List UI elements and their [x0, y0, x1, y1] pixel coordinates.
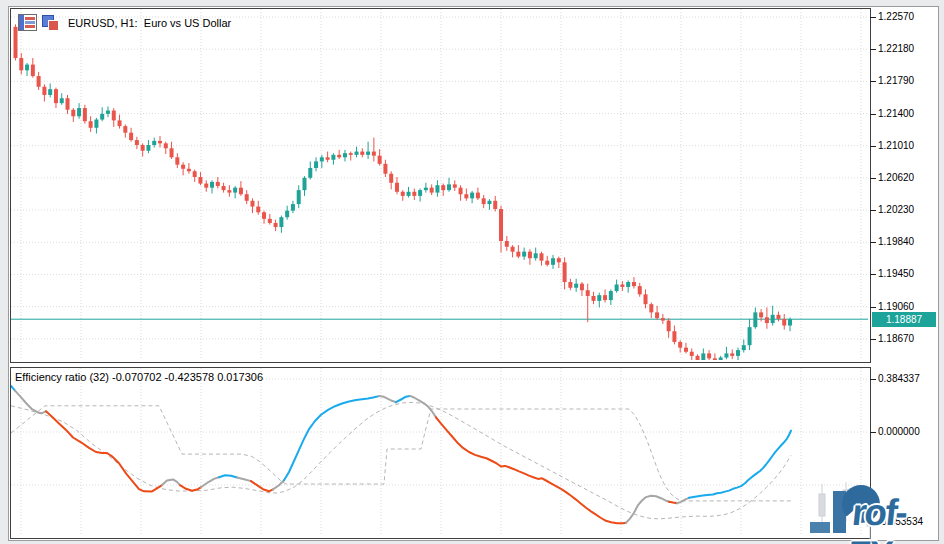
candle — [655, 306, 659, 320]
price-axis-label: 1.22570 — [878, 11, 914, 22]
candle — [395, 177, 399, 194]
price-axis-tick — [870, 81, 876, 82]
candle — [713, 353, 717, 360]
price-axis-label: 1.21790 — [878, 75, 914, 86]
candle — [742, 339, 746, 352]
candle — [505, 236, 509, 251]
candle — [418, 188, 422, 201]
quotes-table-icon[interactable] — [18, 14, 37, 31]
candle — [94, 118, 98, 134]
prof-fx-logo: rof-FX — [808, 482, 944, 544]
candle — [493, 196, 497, 212]
candle — [227, 185, 231, 196]
candle — [765, 307, 769, 328]
candle — [534, 248, 538, 261]
price-axis-tick — [870, 210, 876, 211]
efficiency-ratio-line-flat — [15, 391, 46, 414]
indicator-label: Efficiency ratio (32) -0.070702 -0.42357… — [15, 371, 263, 383]
candle — [250, 198, 254, 213]
windows-overlap-icon[interactable] — [42, 15, 59, 30]
candle — [487, 199, 491, 210]
candle — [83, 105, 87, 124]
candle — [297, 185, 301, 208]
efficiency-ratio-line-down — [669, 502, 677, 503]
candle — [308, 161, 312, 179]
current-price-badge: 1.18887 — [872, 312, 936, 327]
candle — [366, 142, 370, 159]
candle — [48, 83, 52, 97]
price-axis-label: 1.19450 — [878, 268, 914, 279]
indicator-axis-tick — [870, 379, 876, 380]
candle — [528, 249, 532, 265]
candle — [54, 88, 58, 109]
candle — [141, 143, 145, 156]
efficiency-ratio-line-flat — [237, 478, 251, 482]
step-dashed-line — [11, 406, 791, 501]
candle — [175, 153, 179, 168]
candle — [314, 157, 318, 171]
candle — [470, 191, 474, 203]
main-chart-pane[interactable]: EURUSD, H1: Euro vs US Dollar — [10, 8, 871, 363]
candle — [268, 214, 272, 225]
candle — [204, 180, 208, 191]
candle — [100, 107, 104, 121]
pane-splitter[interactable] — [10, 363, 871, 367]
indicator-axis-label: 0.000000 — [878, 426, 920, 437]
candle — [343, 150, 347, 161]
candle — [135, 137, 139, 149]
candle — [198, 172, 202, 185]
price-axis-label: 1.19060 — [878, 301, 914, 312]
candle — [112, 108, 116, 127]
candle — [511, 245, 515, 257]
efficiency-ratio-line-flat — [162, 479, 180, 485]
candle — [279, 216, 283, 233]
chart-title: EURUSD, H1: Euro vs US Dollar — [68, 17, 231, 29]
price-axis-tick — [870, 307, 876, 308]
candle — [118, 115, 122, 129]
candle — [233, 186, 237, 198]
price-axis-label: 1.19840 — [878, 236, 914, 247]
candle — [407, 187, 411, 198]
candle — [170, 142, 174, 159]
candle — [597, 293, 601, 308]
candle — [626, 280, 630, 292]
candle — [326, 152, 330, 163]
candle — [424, 183, 428, 193]
price-axis-tick — [870, 146, 876, 147]
candle — [672, 326, 676, 345]
candle — [701, 348, 705, 360]
candle — [690, 348, 694, 359]
candle — [435, 180, 439, 196]
efficiency-ratio-line-down — [180, 485, 201, 491]
indicator-axis-label: 0.384337 — [878, 373, 920, 384]
candle — [193, 170, 197, 182]
efficiency-ratio-line-flat — [273, 480, 284, 489]
candle — [245, 190, 249, 204]
candle — [31, 58, 35, 78]
candle — [696, 354, 700, 360]
efficiency-ratio-line-down — [436, 417, 626, 523]
candle — [77, 103, 81, 119]
indicator-pane[interactable]: Efficiency ratio (32) -0.070702 -0.42357… — [10, 367, 871, 539]
price-axis-label: 1.20620 — [878, 172, 914, 183]
candle — [453, 180, 457, 191]
candle — [782, 314, 786, 330]
candle — [748, 319, 752, 350]
candle — [586, 284, 590, 323]
efficiency-ratio-line-up — [219, 475, 237, 477]
candle — [106, 106, 110, 117]
candle — [129, 128, 133, 142]
candle — [285, 206, 289, 220]
candle — [19, 53, 23, 74]
candle — [441, 184, 445, 196]
candle — [320, 155, 324, 168]
candle — [222, 183, 226, 193]
efficiency-ratio-line-up — [689, 431, 791, 498]
candle — [719, 356, 723, 360]
chart-window: EURUSD, H1: Euro vs US Dollar Efficiency… — [0, 0, 944, 544]
indicator-axis-tick — [870, 432, 876, 433]
candle — [337, 150, 341, 159]
candle — [383, 160, 387, 177]
price-axis-tick — [870, 49, 876, 50]
candle — [545, 256, 549, 267]
